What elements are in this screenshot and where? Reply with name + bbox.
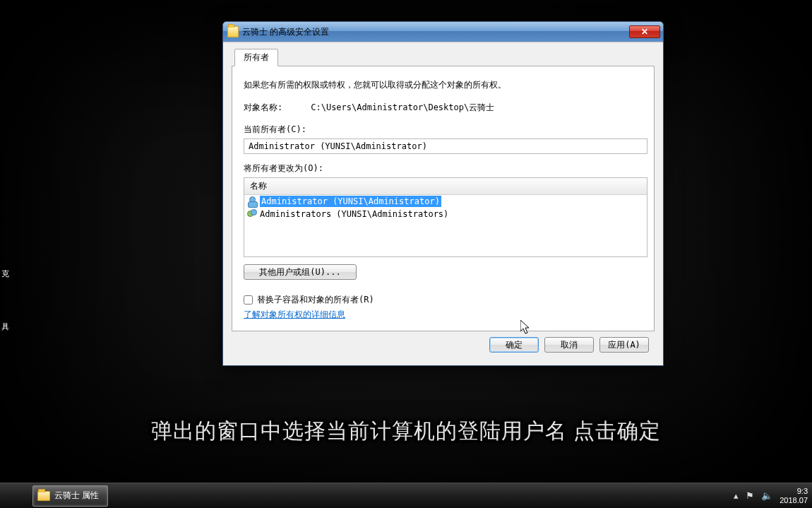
taskbar-clock[interactable]: 9:3 2018.07 <box>780 487 808 504</box>
action-center-icon[interactable]: ⚑ <box>746 490 754 501</box>
owner-name: Administrators (YUNSI\Administrators) <box>260 208 448 220</box>
object-name-label: 对象名称: <box>244 102 282 114</box>
taskbar[interactable]: 云骑士 属性 ▴ ⚑ 🔈 9:3 2018.07 <box>0 483 812 508</box>
replace-owner-label: 替换子容器和对象的所有者(R) <box>257 294 374 306</box>
user-icon <box>247 196 257 206</box>
dialog-footer: 确定 取消 应用(A) <box>230 331 656 357</box>
clock-date: 2018.07 <box>780 496 808 504</box>
tab-owner[interactable]: 所有者 <box>234 49 278 66</box>
folder-icon <box>37 491 50 501</box>
caption-subtitle: 弹出的窗口中选择当前计算机的登陆用户名 点击确定 <box>0 417 812 446</box>
cancel-button[interactable]: 取消 <box>544 337 594 353</box>
advanced-security-dialog: 云骑士 的高级安全设置 ✕ 所有者 如果您有所需的权限或特权，您就可以取得或分配… <box>222 21 664 366</box>
dialog-body: 所有者 如果您有所需的权限或特权，您就可以取得或分配这个对象的所有权。 对象名称… <box>223 42 663 365</box>
owner-list-item[interactable]: Administrator (YUNSI\Administrator) <box>244 195 647 208</box>
dialog-titlebar[interactable]: 云骑士 的高级安全设置 ✕ <box>223 22 663 42</box>
close-button[interactable]: ✕ <box>629 25 660 38</box>
users-group-icon <box>247 209 257 219</box>
other-users-button[interactable]: 其他用户或组(U)... <box>244 264 357 280</box>
volume-icon[interactable]: 🔈 <box>761 490 772 501</box>
object-name-row: 对象名称: C:\Users\Administrator\Desktop\云骑士 <box>244 102 647 114</box>
chevron-up-icon[interactable]: ▴ <box>734 490 739 501</box>
replace-owner-row[interactable]: 替换子容器和对象的所有者(R) <box>244 294 647 306</box>
close-icon: ✕ <box>641 27 648 37</box>
clock-time: 9:3 <box>780 487 808 495</box>
change-owner-label: 将所有者更改为(O): <box>244 163 647 175</box>
current-owner-field: Administrator (YUNSI\Administrator) <box>244 138 647 154</box>
desktop-background: 克 具 云骑士 的高级安全设置 ✕ 所有者 如果您有所需的权限或特权，您就可以取… <box>0 0 812 508</box>
system-tray[interactable]: ▴ ⚑ 🔈 9:3 2018.07 <box>734 487 812 504</box>
owner-list-header: 名称 <box>244 177 647 195</box>
tabstrip: 所有者 <box>232 49 655 66</box>
start-button[interactable] <box>0 483 32 509</box>
owner-name: Administrator (YUNSI\Administrator) <box>260 196 441 207</box>
owner-tab-panel: 如果您有所需的权限或特权，您就可以取得或分配这个对象的所有权。 对象名称: C:… <box>232 66 655 331</box>
desktop-icon-fragment: 具 <box>1 321 9 332</box>
taskbar-item-properties[interactable]: 云骑士 属性 <box>32 485 108 507</box>
object-name-value: C:\Users\Administrator\Desktop\云骑士 <box>311 102 494 114</box>
replace-owner-checkbox[interactable] <box>244 295 253 305</box>
intro-text: 如果您有所需的权限或特权，您就可以取得或分配这个对象的所有权。 <box>244 78 647 92</box>
desktop-icons-stub: 克 具 <box>1 268 9 374</box>
owner-list[interactable]: Administrator (YUNSI\Administrator) Admi… <box>244 195 647 257</box>
owner-list-item[interactable]: Administrators (YUNSI\Administrators) <box>244 208 647 220</box>
current-owner-label: 当前所有者(C): <box>244 124 647 136</box>
desktop-icon-fragment: 克 <box>1 268 9 279</box>
apply-button[interactable]: 应用(A) <box>599 337 649 353</box>
dialog-title: 云骑士 的高级安全设置 <box>242 26 629 38</box>
owner-list-header-name[interactable]: 名称 <box>244 178 647 195</box>
folder-icon <box>227 26 239 37</box>
ok-button[interactable]: 确定 <box>489 337 539 353</box>
options-panel: 替换子容器和对象的所有者(R) 了解对象所有权的详细信息 <box>244 290 647 321</box>
learn-more-link[interactable]: 了解对象所有权的详细信息 <box>244 309 345 319</box>
taskbar-item-label: 云骑士 属性 <box>54 490 99 502</box>
